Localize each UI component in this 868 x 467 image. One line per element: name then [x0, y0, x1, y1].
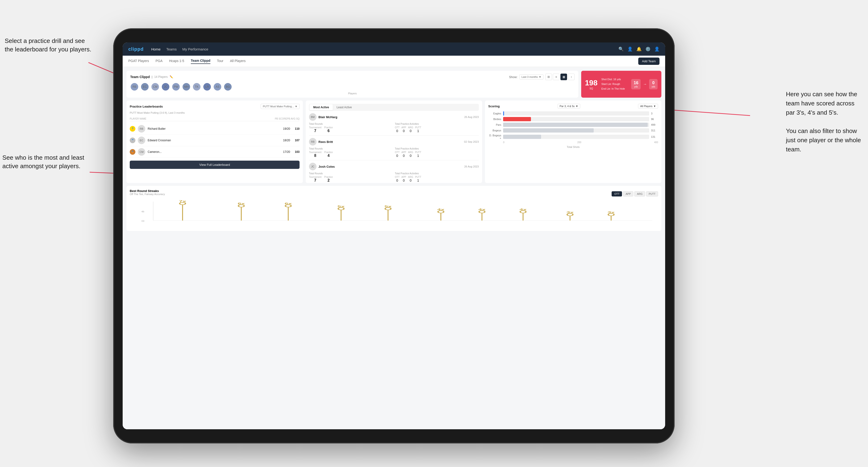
avatar[interactable]: LR	[203, 83, 211, 91]
player-avg-2: 107	[292, 139, 300, 142]
chevron-down-icon: ▼	[576, 105, 578, 107]
search-icon[interactable]: 🔍	[618, 46, 624, 52]
activity-avatar-2: RB	[309, 138, 316, 146]
streak-tab-ott[interactable]: OTT	[612, 191, 622, 196]
card-view-icon[interactable]: ▦	[560, 73, 567, 80]
streak-tab-arg[interactable]: ARG	[634, 191, 645, 196]
subnav-hcaps[interactable]: Hcaps 1-5	[169, 59, 184, 64]
svg-point-27	[479, 211, 485, 213]
svg-point-33	[567, 214, 573, 216]
streaks-card: Best Round Streaks Off The Tee, Fairway …	[126, 186, 661, 231]
avatar[interactable]: RB	[130, 83, 139, 91]
svg-point-21	[385, 208, 391, 210]
bar-label-bogeys: Bogeys	[488, 129, 501, 132]
brand-logo: clippd	[128, 46, 144, 52]
bar-val-birdies: 96	[651, 118, 658, 121]
leaderboard-row: 🥇 RB Richard Butler 19/20 110	[130, 123, 300, 135]
activity-player-1: BM Blair McHarg 26 Aug 2023 Total Rounds	[309, 111, 479, 135]
subnav-pgat[interactable]: PGAT Players	[128, 59, 149, 64]
player-avatar-2: EC	[138, 136, 145, 144]
svg-text:4x: 4x	[437, 208, 445, 211]
add-team-button[interactable]: Add Team	[638, 58, 659, 65]
navbar: clippd Home Teams My Performance 🔍 👤 🔔 ⚙…	[123, 42, 665, 56]
avatar[interactable]: JC	[161, 83, 170, 91]
least-active-tab[interactable]: Least Active	[333, 104, 356, 111]
leaderboard-subtitle: PUTT Must Make Putting (3-6 ft), Last 3 …	[130, 111, 300, 114]
subnav: PGAT Players PGA Hcaps 1-5 Team Clippd T…	[123, 56, 665, 67]
streak-tab-putt[interactable]: PUTT	[646, 191, 658, 196]
arrow-icon: →	[643, 79, 647, 89]
x-axis-labels: 0 200 400	[488, 141, 658, 144]
activity-player-2: RB Rees Britt 02 Sep 2023 Total Rounds T…	[309, 135, 479, 160]
settings-icon[interactable]: ⚙️	[645, 46, 651, 52]
col-pb-score: PB SCORE	[275, 118, 287, 120]
svg-text:3x: 3x	[608, 211, 615, 214]
svg-text:5x: 5x	[338, 205, 345, 208]
leaderboard-dropdown[interactable]: PUTT Must Make Putting... ▼	[261, 104, 300, 109]
avatar[interactable]: BG	[224, 83, 232, 91]
svg-point-36	[608, 214, 614, 216]
activity-date-1: 26 Aug 2023	[464, 116, 479, 118]
most-active-tab[interactable]: Most Active	[309, 104, 333, 111]
player-name-3: Cameron...	[148, 150, 281, 154]
grid-view-icon[interactable]: ⊞	[545, 73, 552, 80]
player-name-1: Richard Butler	[148, 127, 281, 130]
bar-val-eagles: 3	[651, 112, 658, 115]
streaks-title: Best Round Streaks	[130, 189, 165, 193]
svg-text:4x: 4x	[478, 208, 486, 211]
main-content: Team Clippd | 14 Players ✏️ Show: Last 3…	[123, 67, 665, 429]
nav-my-performance[interactable]: My Performance	[182, 47, 208, 51]
svg-point-24	[438, 211, 444, 213]
svg-text:5x: 5x	[384, 205, 392, 208]
scoring-bars: Eagles 3 Birdies	[488, 111, 658, 139]
player-score-1: 19/20	[283, 127, 290, 130]
avatar[interactable]: MH	[182, 83, 191, 91]
nav-home[interactable]: Home	[151, 47, 161, 51]
nav-teams[interactable]: Teams	[166, 47, 177, 51]
view-full-leaderboard-button[interactable]: View Full Leaderboard	[130, 161, 300, 169]
tournament-val-1: 7	[314, 129, 316, 133]
x-axis-title: Total Shots	[488, 146, 658, 148]
leaderboard-header: Practice Leaderboards PUTT Must Make Put…	[130, 104, 300, 109]
avatar[interactable]: CM	[151, 83, 159, 91]
list-view-icon[interactable]: ≡	[553, 73, 559, 80]
show-label: Show:	[509, 75, 518, 79]
streaks-header: Best Round Streaks Off The Tee, Fairway …	[130, 189, 658, 198]
top-row: Team Clippd | 14 Players ✏️ Show: Last 3…	[126, 71, 661, 98]
activity-avatar-3: JC	[309, 163, 316, 170]
leaderboard-row: 🥈 EC Edward Crossman 18/20 107	[130, 135, 300, 146]
svg-text:6x: 6x	[285, 202, 292, 205]
bar-label-eagles: Eagles	[488, 112, 501, 115]
par-filter-dropdown[interactable]: Par 3, 4 & 5s ▼	[558, 104, 580, 108]
scoring-card: Scoring Par 3, 4 & 5s ▼ All Players ▼	[485, 100, 661, 183]
chevron-down-icon: ▼	[653, 105, 656, 107]
navbar-icons: 🔍 👤 🔔 ⚙️ 👤	[618, 46, 659, 52]
sort-icon[interactable]: ↕	[568, 73, 575, 80]
shot-sub: SQ	[585, 87, 597, 90]
subnav-team-clippd[interactable]: Team Clippd	[191, 59, 210, 64]
rank-badge-2: 🥈	[130, 137, 135, 143]
avatar[interactable]: AS	[213, 83, 222, 91]
show-dropdown[interactable]: Last 3 months ▼	[519, 74, 544, 80]
subnav-tour[interactable]: Tour	[217, 59, 223, 64]
subnav-all-players[interactable]: All Players	[230, 59, 246, 64]
edit-icon[interactable]: ✏️	[169, 75, 173, 79]
activity-name-1: Blair McHarg	[318, 115, 462, 119]
person-icon[interactable]: 👤	[627, 46, 632, 52]
scoring-title: Scoring	[488, 104, 500, 108]
activity-name-3: Josh Coles	[318, 165, 462, 168]
players-label: Players	[130, 92, 575, 95]
subnav-pga[interactable]: PGA	[155, 59, 162, 64]
avatar-icon[interactable]: 👤	[654, 46, 659, 52]
players-filter-dropdown[interactable]: All Players ▼	[638, 104, 658, 108]
avatar[interactable]: TK	[192, 83, 201, 91]
avatar[interactable]: EC	[141, 83, 149, 91]
team-avatars: RB EC CM JC PW MH TK LR AS BG	[130, 83, 575, 91]
bell-icon[interactable]: 🔔	[637, 46, 642, 52]
avatar[interactable]: PW	[172, 83, 180, 91]
streak-tab-app[interactable]: APP	[623, 191, 633, 196]
activity-date-3: 26 Aug 2023	[464, 165, 479, 168]
table-header: PLAYER NAME PB SCORE PB AVG SQ	[130, 117, 300, 121]
view-icons: ⊞ ≡ ▦ ↕	[545, 73, 575, 80]
bar-label-dbogeys: D. Bogeys +	[488, 134, 501, 139]
